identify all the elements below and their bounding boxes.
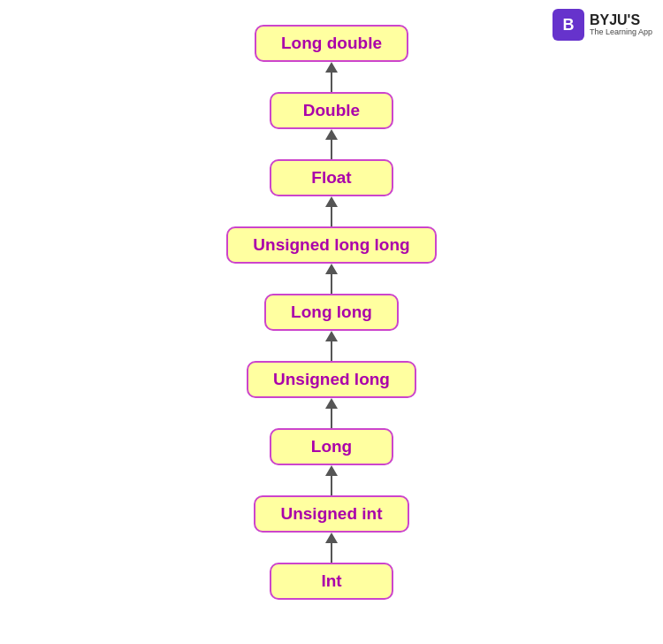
arrowline-1 [331,73,332,92]
arrow-4 [325,264,338,294]
byjus-icon: B [552,9,584,41]
arrowline-4 [331,274,332,294]
node-int: Int [270,563,393,600]
arrowhead-1 [325,62,338,73]
node-unsigned-long: Unsigned long [247,361,416,398]
arrowline-5 [331,341,332,361]
arrow-1 [325,62,338,92]
arrowhead-8 [325,533,338,543]
node-unsigned-long-long: Unsigned long long [226,226,436,264]
arrowline-6 [331,409,332,428]
arrowline-7 [331,476,332,495]
byjus-logo: B BYJU'S The Learning App [552,9,652,41]
arrowhead-7 [325,465,338,476]
node-long: Long [270,428,393,465]
node-long-double: Long double [255,25,408,62]
arrowhead-5 [325,331,338,341]
byjus-text-block: BYJU'S The Learning App [590,12,652,36]
arrowline-8 [331,543,332,563]
byjus-tagline: The Learning App [590,28,652,37]
arrowhead-3 [325,196,338,207]
diagram-container: Long double Double Float Unsigned long l… [0,0,663,600]
arrow-8 [325,533,338,563]
arrowline-2 [331,140,332,159]
arrow-3 [325,196,338,226]
arrowhead-2 [325,129,338,140]
byjus-icon-letter: B [562,16,574,34]
arrowhead-6 [325,398,338,409]
arrowhead-4 [325,264,338,274]
node-unsigned-int: Unsigned int [254,495,408,533]
arrow-7 [325,465,338,495]
arrow-2 [325,129,338,159]
node-double: Double [270,92,393,129]
arrowline-3 [331,207,332,226]
arrow-6 [325,398,338,428]
node-long-long: Long long [264,294,399,331]
byjus-name: BYJU'S [590,12,652,28]
node-float: Float [270,159,393,196]
arrow-5 [325,331,338,361]
